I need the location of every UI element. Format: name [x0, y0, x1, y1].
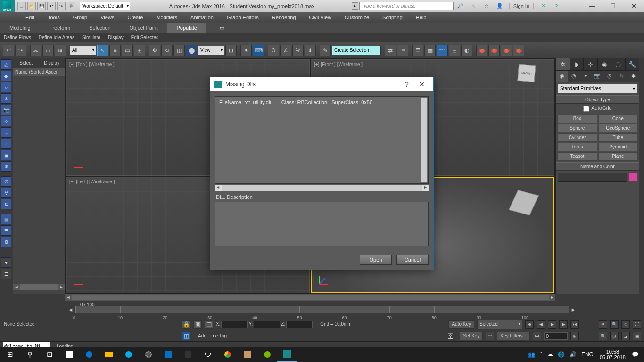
selection-lock-icon[interactable]: 🔒: [182, 320, 190, 329]
list-vscroll[interactable]: [421, 98, 427, 182]
keyfilter-curve-icon[interactable]: 〰: [486, 332, 494, 340]
redo-icon[interactable]: ↷: [15, 45, 26, 56]
ribbon-define-idle[interactable]: Define Idle Areas: [35, 33, 78, 42]
qat-redo-icon[interactable]: ↷: [57, 2, 66, 10]
prev-frame-icon[interactable]: ◀: [537, 320, 545, 329]
dialog-close-button[interactable]: ✕: [414, 78, 429, 91]
vp-zoomall-icon[interactable]: ⊡: [610, 332, 619, 340]
move-icon[interactable]: ✥: [149, 45, 160, 56]
calculator-icon[interactable]: [178, 347, 198, 362]
sort-icon[interactable]: ▤: [1, 214, 11, 224]
clock[interactable]: 10:58 05.07.2018: [596, 349, 629, 360]
unlink-icon[interactable]: ⫝: [42, 45, 54, 56]
filter-invert-icon[interactable]: ⇅: [1, 199, 11, 209]
goto-end-icon[interactable]: ⏭: [570, 320, 579, 329]
select-rect-icon[interactable]: ▭: [122, 45, 133, 56]
dialog-help-button[interactable]: ?: [399, 78, 414, 91]
search-input[interactable]: Type a keyword or phrase: [359, 2, 454, 10]
settings-icon[interactable]: ⚙: [1, 237, 11, 247]
viewport-nav-pan-icon[interactable]: ✥: [599, 320, 607, 329]
prev-key-icon[interactable]: ⏮: [533, 332, 541, 340]
menu-create[interactable]: Create: [121, 12, 149, 23]
workspace-dropdown[interactable]: Workspace: Default: [80, 2, 130, 10]
link-icon[interactable]: ⫘: [30, 45, 41, 56]
edit-named-sel-icon[interactable]: ✎: [320, 45, 331, 56]
display-shapes-icon[interactable]: ○: [1, 82, 11, 92]
app-menu-icon[interactable]: MAX: [0, 0, 15, 12]
obj-torus-button[interactable]: Torus: [557, 143, 597, 151]
keyfilters-button[interactable]: Key Filters...: [497, 332, 530, 340]
display-bones-icon[interactable]: ⟋: [1, 139, 11, 149]
minimize-button[interactable]: —: [582, 0, 603, 12]
viewport-nav-orbit-icon[interactable]: ⟲: [621, 320, 630, 329]
mirror-icon[interactable]: ⇄: [385, 45, 396, 56]
angle-snap-icon[interactable]: ∠: [280, 45, 291, 56]
cmd-tab-utilities-icon[interactable]: 🔧: [626, 58, 640, 70]
key-icon[interactable]: ⚿: [445, 332, 457, 340]
spinner-snap-icon[interactable]: ⬍: [305, 45, 316, 56]
select-object-icon[interactable]: ↖: [97, 45, 108, 56]
scene-list[interactable]: [13, 76, 65, 284]
people-icon[interactable]: 👥: [526, 351, 537, 358]
autogrid-checkbox[interactable]: AutoGrid: [556, 104, 639, 113]
viewcube-icon[interactable]: FRONT: [517, 64, 536, 82]
time-slider[interactable]: 0 10 20 30 40 50 60 70 80 90 100: [75, 306, 569, 313]
time-config-icon[interactable]: ⊞: [570, 332, 579, 340]
display-frozen-icon[interactable]: ❄: [1, 161, 11, 172]
ribbon-tab-populate[interactable]: Populate: [167, 23, 206, 33]
ribbon-collapse-icon[interactable]: ▭: [216, 23, 228, 33]
utorrent-icon[interactable]: [257, 347, 277, 362]
time-slider-prev-icon[interactable]: ◄: [66, 307, 75, 313]
viewport-hscroll[interactable]: ◄►: [65, 294, 555, 301]
collapse-icon[interactable]: ▼: [1, 257, 11, 268]
ribbon-tab-freeform[interactable]: Freeform: [40, 23, 80, 33]
coord-z-input[interactable]: [286, 321, 313, 328]
layers-icon[interactable]: ☰: [412, 45, 423, 56]
ribbon-tab-object-paint[interactable]: Object Paint: [120, 23, 167, 33]
create-spacewarps-icon[interactable]: ≋: [615, 71, 627, 82]
add-time-tag[interactable]: Add Time Tag: [193, 333, 231, 338]
xform-type-icon[interactable]: ◫: [205, 320, 213, 329]
ribbon-simulate[interactable]: Simulate: [78, 33, 104, 42]
qat-undo-icon[interactable]: ↶: [47, 2, 56, 10]
store-icon[interactable]: [59, 347, 79, 362]
obj-sphere-button[interactable]: Sphere: [557, 124, 597, 132]
network-icon[interactable]: 🌐: [555, 351, 567, 358]
cmd-tab-modify-icon[interactable]: ◗: [570, 58, 584, 70]
filter-none-icon[interactable]: ∅: [1, 176, 11, 187]
rollout-object-type[interactable]: Object Type: [556, 95, 639, 104]
maximize-button[interactable]: ☐: [603, 0, 623, 12]
isolate-icon[interactable]: ▣: [193, 320, 202, 329]
scale-icon[interactable]: ◫: [173, 45, 185, 56]
onedrive-icon[interactable]: ☁: [545, 351, 555, 358]
coord-x-input[interactable]: [221, 321, 248, 328]
manipulate-icon[interactable]: ✦: [240, 45, 252, 56]
keymode-dropdown[interactable]: Selected: [477, 320, 522, 329]
display-spacewarps-icon[interactable]: ≈: [1, 127, 11, 138]
task-view-icon[interactable]: ⊡: [40, 347, 59, 362]
keyboard-shortcut-icon[interactable]: ⌨: [253, 45, 264, 56]
explorer-icon[interactable]: [99, 347, 119, 362]
display-containers-icon[interactable]: ▣: [1, 150, 11, 160]
vp-region-icon[interactable]: ▣: [633, 332, 641, 340]
dialog-titlebar[interactable]: Missing Dlls ? ✕: [210, 77, 433, 91]
menu-customize[interactable]: Customize: [338, 12, 376, 23]
object-color-swatch[interactable]: [629, 173, 637, 181]
expand-icon[interactable]: ☰: [1, 269, 11, 279]
list-hscroll[interactable]: [215, 185, 429, 191]
display-lights-icon[interactable]: ☀: [1, 93, 11, 104]
security-icon[interactable]: 🛡: [198, 347, 218, 362]
coord-y-input[interactable]: [254, 321, 280, 328]
obj-geosphere-button[interactable]: GeoSphere: [598, 124, 638, 132]
viewport-top-label[interactable]: [+] [Top ] [Wireframe ]: [69, 62, 115, 67]
vp-zoom-icon[interactable]: 🔍: [599, 332, 607, 340]
curve-editor-icon[interactable]: 〰: [437, 45, 448, 56]
render-frame-icon[interactable]: 🫖: [488, 45, 500, 56]
schematic-view-icon[interactable]: ⊟: [449, 45, 460, 56]
object-name-input[interactable]: [558, 173, 627, 182]
qat-open-icon[interactable]: 📂: [27, 2, 36, 10]
display-helpers-icon[interactable]: ⊹: [1, 116, 11, 126]
render-icon[interactable]: 🫖: [501, 45, 512, 56]
category-dropdown[interactable]: Standard Primitives: [558, 84, 637, 93]
edge-icon[interactable]: [79, 347, 99, 362]
